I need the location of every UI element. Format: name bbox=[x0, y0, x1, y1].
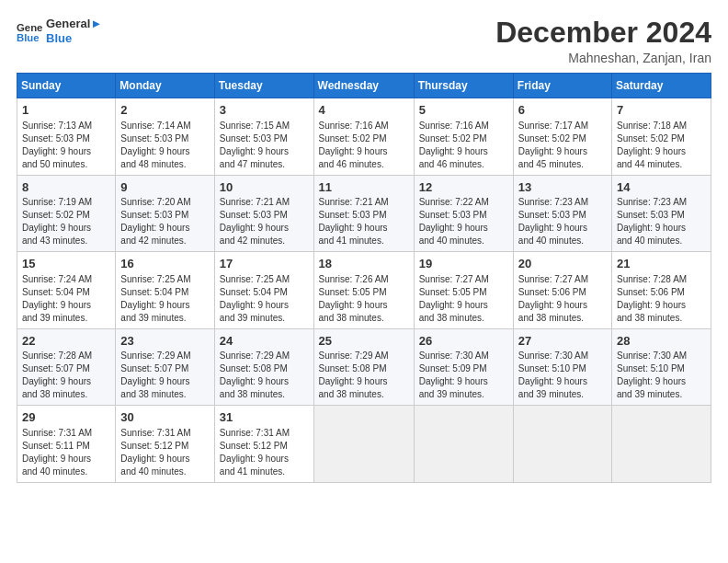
calendar-week-row: 22Sunrise: 7:28 AM Sunset: 5:07 PM Dayli… bbox=[17, 328, 711, 406]
cell-day-number: 6 bbox=[518, 102, 607, 119]
cell-info: Sunrise: 7:30 AM Sunset: 5:10 PM Dayligh… bbox=[518, 350, 607, 401]
logo-line2: Blue bbox=[46, 31, 102, 46]
cell-day-number: 17 bbox=[220, 256, 309, 272]
cell-day-number: 15 bbox=[22, 256, 110, 272]
calendar-cell: 22Sunrise: 7:28 AM Sunset: 5:07 PM Dayli… bbox=[17, 328, 116, 406]
cell-info: Sunrise: 7:23 AM Sunset: 5:03 PM Dayligh… bbox=[518, 196, 607, 247]
cell-day-number: 24 bbox=[220, 333, 309, 350]
calendar-week-row: 29Sunrise: 7:31 AM Sunset: 5:11 PM Dayli… bbox=[17, 406, 711, 483]
cell-day-number: 22 bbox=[22, 333, 110, 350]
cell-info: Sunrise: 7:23 AM Sunset: 5:03 PM Dayligh… bbox=[617, 196, 706, 247]
calendar-cell: 16Sunrise: 7:25 AM Sunset: 5:04 PM Dayli… bbox=[116, 252, 215, 329]
cell-info: Sunrise: 7:31 AM Sunset: 5:12 PM Dayligh… bbox=[220, 427, 309, 478]
calendar-cell: 25Sunrise: 7:29 AM Sunset: 5:08 PM Dayli… bbox=[313, 328, 414, 406]
calendar-cell: 13Sunrise: 7:23 AM Sunset: 5:03 PM Dayli… bbox=[513, 175, 611, 252]
calendar-cell: 27Sunrise: 7:30 AM Sunset: 5:10 PM Dayli… bbox=[513, 328, 611, 406]
cell-day-number: 16 bbox=[120, 256, 210, 272]
calendar-cell: 23Sunrise: 7:29 AM Sunset: 5:07 PM Dayli… bbox=[116, 328, 215, 406]
cell-day-number: 26 bbox=[419, 333, 508, 350]
calendar-cell: 21Sunrise: 7:28 AM Sunset: 5:06 PM Dayli… bbox=[612, 252, 711, 329]
cell-info: Sunrise: 7:15 AM Sunset: 5:03 PM Dayligh… bbox=[220, 120, 309, 171]
cell-day-number: 11 bbox=[319, 179, 409, 196]
cell-day-number: 31 bbox=[220, 409, 309, 426]
cell-day-number: 2 bbox=[120, 102, 210, 119]
page-header: General Blue General► Blue December 2024… bbox=[17, 17, 711, 65]
cell-day-number: 30 bbox=[120, 409, 210, 426]
calendar-cell: 11Sunrise: 7:21 AM Sunset: 5:03 PM Dayli… bbox=[313, 175, 414, 252]
cell-info: Sunrise: 7:29 AM Sunset: 5:07 PM Dayligh… bbox=[120, 350, 210, 401]
cell-info: Sunrise: 7:25 AM Sunset: 5:04 PM Dayligh… bbox=[220, 273, 309, 325]
calendar-table: SundayMondayTuesdayWednesdayThursdayFrid… bbox=[17, 73, 711, 483]
calendar-cell: 1Sunrise: 7:13 AM Sunset: 5:03 PM Daylig… bbox=[17, 98, 116, 176]
cell-info: Sunrise: 7:25 AM Sunset: 5:04 PM Dayligh… bbox=[120, 273, 210, 325]
cell-info: Sunrise: 7:22 AM Sunset: 5:03 PM Dayligh… bbox=[419, 196, 508, 247]
cell-day-number: 3 bbox=[220, 102, 309, 119]
cell-day-number: 13 bbox=[518, 179, 607, 196]
cell-day-number: 23 bbox=[120, 333, 210, 350]
calendar-cell: 29Sunrise: 7:31 AM Sunset: 5:11 PM Dayli… bbox=[17, 406, 116, 483]
cell-info: Sunrise: 7:28 AM Sunset: 5:06 PM Dayligh… bbox=[617, 273, 706, 325]
cell-day-number: 20 bbox=[518, 256, 607, 272]
logo-line1: General► bbox=[46, 17, 102, 31]
calendar-cell: 17Sunrise: 7:25 AM Sunset: 5:04 PM Dayli… bbox=[214, 252, 313, 329]
calendar-cell bbox=[612, 406, 711, 483]
column-header-monday: Monday bbox=[116, 74, 215, 98]
cell-info: Sunrise: 7:21 AM Sunset: 5:03 PM Dayligh… bbox=[220, 196, 309, 247]
cell-info: Sunrise: 7:28 AM Sunset: 5:07 PM Dayligh… bbox=[22, 350, 110, 401]
cell-info: Sunrise: 7:16 AM Sunset: 5:02 PM Dayligh… bbox=[419, 120, 508, 171]
calendar-cell: 2Sunrise: 7:14 AM Sunset: 5:03 PM Daylig… bbox=[116, 98, 215, 176]
cell-info: Sunrise: 7:30 AM Sunset: 5:10 PM Dayligh… bbox=[617, 350, 706, 401]
calendar-cell bbox=[414, 406, 513, 483]
calendar-cell: 4Sunrise: 7:16 AM Sunset: 5:02 PM Daylig… bbox=[313, 98, 414, 176]
cell-day-number: 8 bbox=[22, 179, 110, 196]
cell-day-number: 10 bbox=[220, 179, 309, 196]
cell-info: Sunrise: 7:13 AM Sunset: 5:03 PM Dayligh… bbox=[22, 120, 110, 171]
calendar-cell: 26Sunrise: 7:30 AM Sunset: 5:09 PM Dayli… bbox=[414, 328, 513, 406]
calendar-cell: 14Sunrise: 7:23 AM Sunset: 5:03 PM Dayli… bbox=[612, 175, 711, 252]
calendar-cell: 24Sunrise: 7:29 AM Sunset: 5:08 PM Dayli… bbox=[214, 328, 313, 406]
cell-info: Sunrise: 7:27 AM Sunset: 5:06 PM Dayligh… bbox=[518, 273, 607, 325]
cell-info: Sunrise: 7:26 AM Sunset: 5:05 PM Dayligh… bbox=[319, 273, 409, 325]
cell-day-number: 27 bbox=[518, 333, 607, 350]
calendar-cell: 3Sunrise: 7:15 AM Sunset: 5:03 PM Daylig… bbox=[214, 98, 313, 176]
calendar-header-row: SundayMondayTuesdayWednesdayThursdayFrid… bbox=[17, 74, 711, 98]
calendar-cell: 9Sunrise: 7:20 AM Sunset: 5:03 PM Daylig… bbox=[116, 175, 215, 252]
calendar-cell: 6Sunrise: 7:17 AM Sunset: 5:02 PM Daylig… bbox=[513, 98, 611, 176]
cell-info: Sunrise: 7:27 AM Sunset: 5:05 PM Dayligh… bbox=[419, 273, 508, 325]
calendar-cell: 5Sunrise: 7:16 AM Sunset: 5:02 PM Daylig… bbox=[414, 98, 513, 176]
cell-info: Sunrise: 7:31 AM Sunset: 5:11 PM Dayligh… bbox=[22, 427, 110, 478]
column-header-saturday: Saturday bbox=[612, 74, 711, 98]
column-header-tuesday: Tuesday bbox=[214, 74, 313, 98]
cell-info: Sunrise: 7:16 AM Sunset: 5:02 PM Dayligh… bbox=[319, 120, 409, 171]
cell-day-number: 12 bbox=[419, 179, 508, 196]
cell-info: Sunrise: 7:29 AM Sunset: 5:08 PM Dayligh… bbox=[319, 350, 409, 401]
calendar-cell: 20Sunrise: 7:27 AM Sunset: 5:06 PM Dayli… bbox=[513, 252, 611, 329]
calendar-cell: 8Sunrise: 7:19 AM Sunset: 5:02 PM Daylig… bbox=[17, 175, 116, 252]
calendar-cell: 28Sunrise: 7:30 AM Sunset: 5:10 PM Dayli… bbox=[612, 328, 711, 406]
column-header-sunday: Sunday bbox=[17, 74, 116, 98]
cell-info: Sunrise: 7:14 AM Sunset: 5:03 PM Dayligh… bbox=[120, 120, 210, 171]
cell-info: Sunrise: 7:31 AM Sunset: 5:12 PM Dayligh… bbox=[120, 427, 210, 478]
calendar-cell: 30Sunrise: 7:31 AM Sunset: 5:12 PM Dayli… bbox=[116, 406, 215, 483]
calendar-week-row: 1Sunrise: 7:13 AM Sunset: 5:03 PM Daylig… bbox=[17, 98, 711, 176]
cell-day-number: 1 bbox=[22, 102, 110, 119]
cell-info: Sunrise: 7:19 AM Sunset: 5:02 PM Dayligh… bbox=[22, 196, 110, 247]
cell-day-number: 7 bbox=[617, 102, 706, 119]
cell-day-number: 9 bbox=[120, 179, 210, 196]
location-subtitle: Mahneshan, Zanjan, Iran bbox=[495, 51, 711, 65]
month-title: December 2024 bbox=[495, 17, 711, 49]
logo-icon: General Blue bbox=[17, 18, 42, 44]
cell-day-number: 14 bbox=[617, 179, 706, 196]
calendar-cell: 31Sunrise: 7:31 AM Sunset: 5:12 PM Dayli… bbox=[214, 406, 313, 483]
calendar-week-row: 15Sunrise: 7:24 AM Sunset: 5:04 PM Dayli… bbox=[17, 252, 711, 329]
cell-day-number: 18 bbox=[319, 256, 409, 272]
cell-info: Sunrise: 7:24 AM Sunset: 5:04 PM Dayligh… bbox=[22, 273, 110, 325]
cell-day-number: 28 bbox=[617, 333, 706, 350]
calendar-cell: 18Sunrise: 7:26 AM Sunset: 5:05 PM Dayli… bbox=[313, 252, 414, 329]
cell-info: Sunrise: 7:20 AM Sunset: 5:03 PM Dayligh… bbox=[120, 196, 210, 247]
column-header-wednesday: Wednesday bbox=[313, 74, 414, 98]
calendar-cell: 12Sunrise: 7:22 AM Sunset: 5:03 PM Dayli… bbox=[414, 175, 513, 252]
calendar-cell bbox=[313, 406, 414, 483]
cell-day-number: 4 bbox=[319, 102, 409, 119]
calendar-week-row: 8Sunrise: 7:19 AM Sunset: 5:02 PM Daylig… bbox=[17, 175, 711, 252]
